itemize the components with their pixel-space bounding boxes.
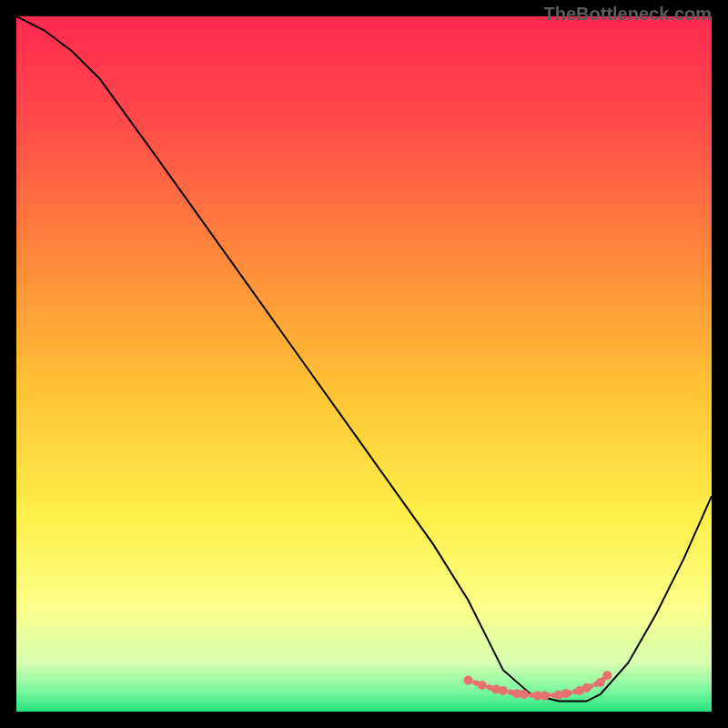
marker-dot bbox=[561, 689, 571, 698]
marker-dot bbox=[596, 678, 605, 687]
marker-dot bbox=[499, 686, 508, 695]
chart-svg bbox=[16, 16, 712, 712]
marker-dot bbox=[602, 671, 612, 680]
marker-dot bbox=[478, 681, 487, 690]
marker-dot bbox=[520, 690, 529, 699]
chart-plot-area bbox=[16, 16, 712, 712]
marker-dot bbox=[581, 683, 591, 693]
watermark-text: TheBottleneck.com bbox=[544, 4, 712, 25]
chart-background bbox=[16, 16, 712, 712]
marker-dot bbox=[541, 691, 550, 700]
marker-dot bbox=[464, 676, 473, 685]
